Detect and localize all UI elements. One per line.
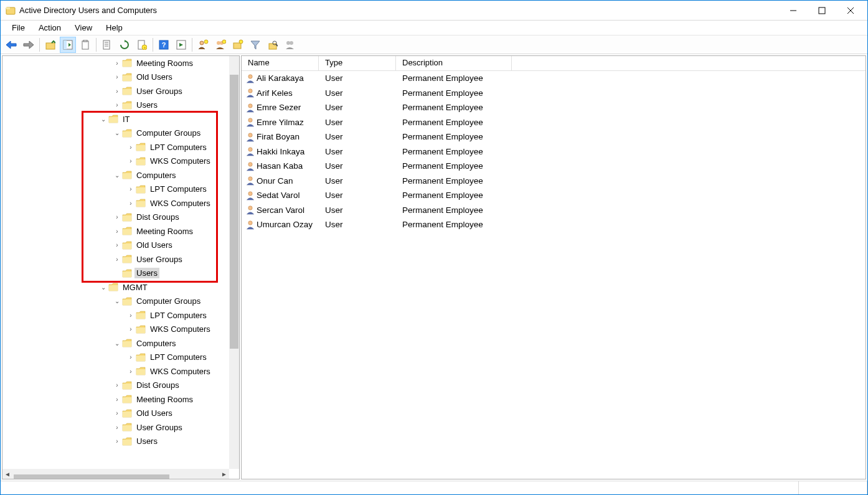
- tree-node-old-users[interactable]: ›Old Users: [2, 70, 229, 85]
- tree-node-users[interactable]: ›Users: [2, 435, 229, 449]
- back-button[interactable]: [3, 37, 19, 53]
- list-row[interactable]: Umurcan OzayUserPermanent Employee: [242, 217, 866, 232]
- tree-node-computers[interactable]: ⌄Computers: [2, 336, 229, 351]
- tree-node-lpt-computers[interactable]: ›LPT Computers: [2, 140, 229, 154]
- expander-icon[interactable]: ›: [112, 410, 122, 417]
- scrollbar-thumb[interactable]: [230, 75, 238, 349]
- scroll-right-arrow[interactable]: ►: [219, 469, 229, 479]
- maximize-button[interactable]: [808, 1, 836, 20]
- tree-node-it[interactable]: ⌄IT: [2, 112, 229, 126]
- cell-name: Hakki Inkaya: [257, 147, 304, 156]
- expander-icon[interactable]: ⌄: [112, 172, 122, 179]
- tree-node-dist-groups[interactable]: ›Dist Groups: [2, 210, 229, 225]
- scrollbar-thumb[interactable]: [14, 474, 169, 479]
- new-group-button[interactable]: [212, 37, 229, 53]
- close-button[interactable]: [836, 1, 865, 20]
- list-row[interactable]: Emre YilmazUserPermanent Employee: [242, 115, 866, 130]
- expander-icon[interactable]: ⌄: [98, 116, 108, 123]
- column-header-type[interactable]: Type: [319, 56, 396, 70]
- expander-icon[interactable]: ›: [112, 88, 122, 95]
- column-header-name[interactable]: Name: [242, 56, 319, 70]
- tree-node-wks-computers[interactable]: ›WKS Computers: [2, 196, 229, 210]
- tree-node-lpt-computers[interactable]: ›LPT Computers: [2, 308, 229, 323]
- tree-node-wks-computers[interactable]: ›WKS Computers: [2, 154, 229, 169]
- expander-icon[interactable]: ›: [112, 382, 122, 389]
- export-button[interactable]: [99, 37, 115, 53]
- forward-button[interactable]: [21, 37, 37, 53]
- refresh-button[interactable]: [116, 37, 133, 53]
- cell-name: Hasan Kaba: [257, 161, 303, 171]
- tree-node-dist-groups[interactable]: ›Dist Groups: [2, 379, 229, 393]
- expander-icon[interactable]: ⌄: [112, 130, 122, 136]
- tree-node-meeting-rooms[interactable]: ›Meeting Rooms: [2, 224, 229, 238]
- tree-node-lpt-computers[interactable]: ›LPT Computers: [2, 351, 229, 365]
- expander-icon[interactable]: ›: [126, 326, 136, 332]
- tree-node-users[interactable]: ›Users: [2, 98, 229, 113]
- minimize-button[interactable]: [779, 1, 808, 20]
- expander-icon[interactable]: ›: [112, 73, 122, 80]
- tree-node-mgmt[interactable]: ⌄MGMT: [2, 280, 229, 295]
- properties-button[interactable]: [173, 37, 189, 53]
- vertical-scrollbar[interactable]: [229, 56, 239, 469]
- menu-help[interactable]: Help: [100, 22, 129, 34]
- expander-icon[interactable]: ›: [112, 214, 122, 220]
- expander-icon[interactable]: ›: [126, 354, 136, 361]
- help-button[interactable]: ?: [156, 37, 172, 53]
- expander-icon[interactable]: ›: [112, 242, 122, 248]
- expander-icon[interactable]: ›: [126, 200, 136, 207]
- expander-icon[interactable]: ⌄: [112, 298, 122, 304]
- tree-node-user-groups[interactable]: ›User Groups: [2, 84, 229, 98]
- expander-icon[interactable]: ›: [126, 312, 136, 319]
- expander-icon[interactable]: ›: [126, 368, 136, 375]
- tree-node-old-users[interactable]: ›Old Users: [2, 238, 229, 253]
- show-hide-tree-button[interactable]: [60, 37, 76, 53]
- filter-button[interactable]: [247, 37, 263, 53]
- list-row[interactable]: Hakki InkayaUserPermanent Employee: [242, 144, 866, 159]
- new-user-button[interactable]: [195, 37, 211, 53]
- tree-node-meeting-rooms[interactable]: ›Meeting Rooms: [2, 392, 229, 407]
- list-row[interactable]: Hasan KabaUserPermanent Employee: [242, 159, 866, 174]
- tree-node-computer-groups[interactable]: ⌄Computer Groups: [2, 126, 229, 141]
- expander-icon[interactable]: ›: [112, 424, 122, 431]
- menu-view[interactable]: View: [68, 22, 98, 34]
- list-row[interactable]: Firat BoyanUserPermanent Employee: [242, 130, 866, 144]
- tree-node-user-groups[interactable]: ›User Groups: [2, 420, 229, 435]
- expander-icon[interactable]: ›: [126, 144, 136, 151]
- horizontal-scrollbar[interactable]: ◄ ►: [2, 469, 229, 479]
- clipboard-button[interactable]: [77, 37, 93, 53]
- expander-icon[interactable]: ›: [112, 396, 122, 403]
- menu-file[interactable]: File: [6, 22, 31, 34]
- expander-icon[interactable]: ›: [112, 228, 122, 235]
- tree-node-old-users[interactable]: ›Old Users: [2, 407, 229, 421]
- new-button[interactable]: ✦: [134, 37, 150, 53]
- list-row[interactable]: Sercan VarolUserPermanent Employee: [242, 203, 866, 218]
- tree-node-lpt-computers[interactable]: ›LPT Computers: [2, 182, 229, 197]
- expander-icon[interactable]: ›: [112, 256, 122, 263]
- list-row[interactable]: Emre SezerUserPermanent Employee: [242, 100, 866, 115]
- expander-icon[interactable]: ›: [112, 60, 122, 67]
- find-button[interactable]: [265, 37, 281, 53]
- list-row[interactable]: Arif KelesUserPermanent Employee: [242, 86, 866, 101]
- column-header-description[interactable]: Description: [396, 56, 512, 70]
- list-row[interactable]: Sedat VarolUserPermanent Employee: [242, 188, 866, 203]
- add-member-button[interactable]: [282, 37, 298, 53]
- tree-node-computers[interactable]: ⌄Computers: [2, 168, 229, 182]
- tree-node-wks-computers[interactable]: ›WKS Computers: [2, 323, 229, 337]
- menu-action[interactable]: Action: [32, 22, 67, 34]
- scroll-left-arrow[interactable]: ◄: [2, 469, 12, 479]
- expander-icon[interactable]: ›: [112, 101, 122, 108]
- tree-node-wks-computers[interactable]: ›WKS Computers: [2, 364, 229, 379]
- expander-icon[interactable]: ›: [112, 438, 122, 445]
- expander-icon[interactable]: ›: [126, 158, 136, 164]
- expander-icon[interactable]: ›: [126, 186, 136, 192]
- up-button[interactable]: [42, 37, 59, 53]
- tree-node-users[interactable]: Users: [2, 266, 229, 281]
- list-row[interactable]: Ali KarakayaUserPermanent Employee: [242, 71, 866, 86]
- expander-icon[interactable]: ⌄: [112, 340, 122, 347]
- tree-node-meeting-rooms[interactable]: ›Meeting Rooms: [2, 56, 229, 70]
- tree-node-computer-groups[interactable]: ⌄Computer Groups: [2, 295, 229, 309]
- expander-icon[interactable]: ⌄: [98, 284, 108, 291]
- tree-node-user-groups[interactable]: ›User Groups: [2, 252, 229, 266]
- list-row[interactable]: Onur CanUserPermanent Employee: [242, 174, 866, 189]
- new-ou-button[interactable]: [230, 37, 246, 53]
